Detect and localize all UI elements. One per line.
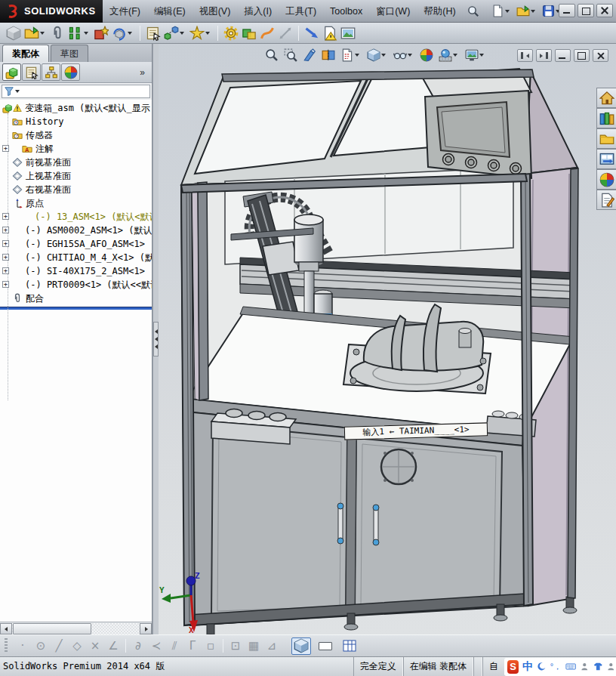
scene-caret-icon[interactable] (453, 54, 457, 57)
resources-tab[interactable] (596, 88, 616, 108)
new-document-button[interactable] (490, 3, 513, 19)
custom-properties-tab[interactable] (596, 190, 616, 210)
scroll-right-button[interactable] (140, 623, 152, 634)
section-view-button[interactable] (321, 48, 336, 63)
tree-item-top-plane[interactable]: 上视基准面 (0, 169, 152, 183)
display-manager-tab[interactable] (61, 63, 80, 81)
doc-close-button[interactable] (593, 49, 608, 62)
rotate-component-button[interactable] (110, 24, 136, 42)
smart-fasteners-button[interactable] (92, 24, 110, 42)
orientation-caret-icon[interactable] (381, 54, 386, 57)
snap-line-icon[interactable]: ╱ (50, 639, 68, 653)
show-left-pane-button[interactable] (517, 49, 533, 62)
tab-overflow-chevron[interactable]: » (140, 67, 149, 78)
snap-perpendicular-icon[interactable]: ≺ (147, 639, 165, 653)
expand-toggle[interactable]: + (2, 227, 9, 233)
property-manager-tab[interactable] (22, 63, 41, 81)
move-component-button[interactable] (144, 24, 162, 42)
panel-collapse-handle[interactable] (153, 322, 159, 357)
show-right-pane-button[interactable] (536, 49, 552, 62)
menu-edit[interactable]: 编辑(E) (147, 0, 192, 23)
rollback-bar[interactable] (0, 307, 152, 310)
scrollbar-track[interactable] (12, 623, 140, 634)
ime-language-toggle[interactable]: 中 (522, 660, 533, 674)
expand-toggle[interactable]: + (2, 213, 9, 220)
apply-scene-button[interactable] (438, 48, 460, 63)
tree-item-chitiao[interactable]: + (-) CHITIAO_M_4_X<1> (默认 (0, 251, 152, 264)
snap-angle-icon[interactable]: ⊿ (263, 639, 281, 653)
open-part-button[interactable] (23, 24, 48, 42)
ime-keyboard-icon[interactable] (565, 661, 576, 672)
expand-toggle[interactable]: + (2, 267, 9, 274)
assembly-model[interactable]: Z Y X (159, 44, 616, 634)
snap-tangent-icon[interactable]: ∂ (129, 639, 147, 653)
assembly-features-button[interactable] (222, 24, 240, 42)
sketch-view-caret-icon[interactable] (355, 54, 359, 57)
menu-file[interactable]: 文件(F) (103, 0, 147, 23)
insert-component-button[interactable] (5, 24, 23, 42)
sketch-view-button[interactable] (340, 48, 362, 63)
filter-funnel-icon[interactable] (4, 86, 14, 97)
appearances-tab[interactable] (596, 169, 616, 190)
snap-points-icon[interactable]: ▫ (202, 639, 220, 653)
grid-view-button[interactable] (340, 637, 359, 655)
graphics-viewport[interactable]: Z Y X 输入1 ← TAIMIAN____<1> (159, 44, 616, 634)
feature-manager-tab[interactable] (2, 63, 21, 81)
design-library-tab[interactable] (596, 108, 616, 128)
new-caret-icon[interactable] (505, 10, 510, 13)
tree-item-origin[interactable]: 原点 (0, 196, 152, 210)
snap-grid-icon[interactable]: ▦ (245, 639, 263, 653)
tree-item-egh15sa[interactable]: + (-) EGH15SA_AFO_ASM<1> (默 (0, 237, 152, 251)
scroll-left-button[interactable] (0, 623, 12, 634)
tree-item-front-plane[interactable]: 前视基准面 (0, 156, 152, 169)
tree-item-si40x175[interactable]: + (-) SI-40X175_2_ASM<1> (默 (0, 264, 152, 278)
close-button[interactable] (596, 4, 613, 17)
minimize-button[interactable] (559, 4, 575, 17)
doc-restore-button[interactable] (574, 49, 590, 62)
tree-item-root[interactable]: 变速箱_asm (默认<默认_显示 (0, 101, 152, 115)
menu-toolbox[interactable]: Toolbox (323, 0, 369, 23)
ime-toolbox-icon[interactable] (606, 661, 616, 672)
hide-show-items-button[interactable] (393, 48, 415, 63)
zoom-fit-button[interactable] (264, 48, 279, 63)
doc-minimize-button[interactable] (555, 49, 571, 62)
routing-button[interactable] (258, 24, 276, 42)
expand-toggle[interactable]: + (2, 254, 9, 261)
ime-profile-icon[interactable] (580, 661, 590, 672)
single-view-button[interactable] (316, 637, 335, 655)
menu-tools[interactable]: 工具(T) (279, 0, 323, 23)
view-settings-button[interactable] (464, 48, 487, 63)
menu-insert[interactable]: 插入(I) (237, 0, 279, 23)
pattern-caret-icon[interactable] (84, 32, 88, 35)
toolbar-grip-handle[interactable] (5, 638, 8, 653)
sogou-icon[interactable]: S (507, 660, 519, 674)
open-document-button[interactable] (515, 3, 539, 20)
tree-item-history[interactable]: History (0, 115, 152, 128)
snap-nearest-icon[interactable]: ∠ (104, 639, 122, 653)
ime-skin-icon[interactable] (593, 661, 603, 672)
exploded-view-button[interactable] (162, 24, 188, 42)
configuration-manager-tab[interactable] (42, 63, 60, 81)
search-icon[interactable] (467, 5, 479, 17)
menu-view[interactable]: 视图(V) (192, 0, 238, 23)
snap-point-icon[interactable]: · (14, 639, 32, 653)
tree-item-asm0002[interactable]: + (-) ASM0002_ASM<1> (默认<默 (0, 224, 152, 237)
snap-intersection-icon[interactable]: × (86, 639, 104, 653)
tree-filter-input[interactable] (2, 85, 150, 98)
edit-appearance-button[interactable] (419, 48, 434, 63)
explode-caret-icon[interactable] (180, 32, 184, 35)
filter-caret-icon[interactable] (15, 90, 20, 93)
assembly-visualization-button[interactable] (321, 24, 339, 42)
expand-toggle[interactable]: + (2, 240, 9, 247)
expand-toggle[interactable]: + (2, 145, 9, 152)
snap-quadrant-icon[interactable]: ◇ (68, 639, 86, 653)
open-caret-icon[interactable] (531, 10, 535, 13)
view-orientation-button[interactable] (366, 48, 389, 63)
tree-item-annotations[interactable]: + 注解 (0, 142, 152, 156)
expand-toggle[interactable]: + (2, 281, 9, 288)
tree-horizontal-scrollbar[interactable] (0, 622, 152, 634)
linear-pattern-button[interactable] (66, 24, 92, 42)
tree-item-prt0009[interactable]: + (-) PRT0009<1> (默认<<默认 (0, 278, 152, 292)
scrollbar-thumb[interactable] (13, 623, 91, 634)
snap-hv-icon[interactable]: Γ (183, 639, 202, 653)
